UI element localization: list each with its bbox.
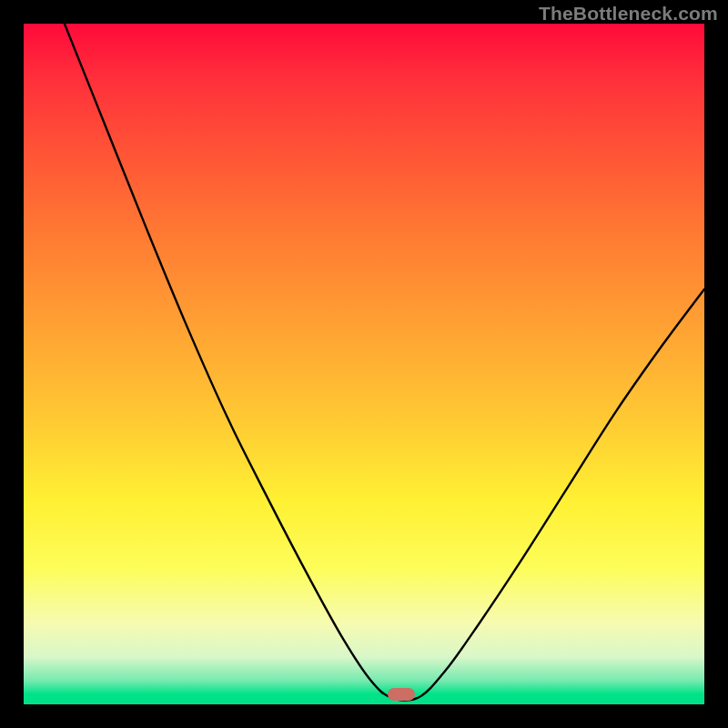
watermark-text: TheBottleneck.com [539, 3, 718, 25]
optimum-marker [388, 688, 415, 701]
bottleneck-curve [24, 24, 704, 704]
chart-frame: TheBottleneck.com [0, 0, 728, 728]
plot-area [24, 24, 704, 704]
curve-path [65, 24, 704, 701]
